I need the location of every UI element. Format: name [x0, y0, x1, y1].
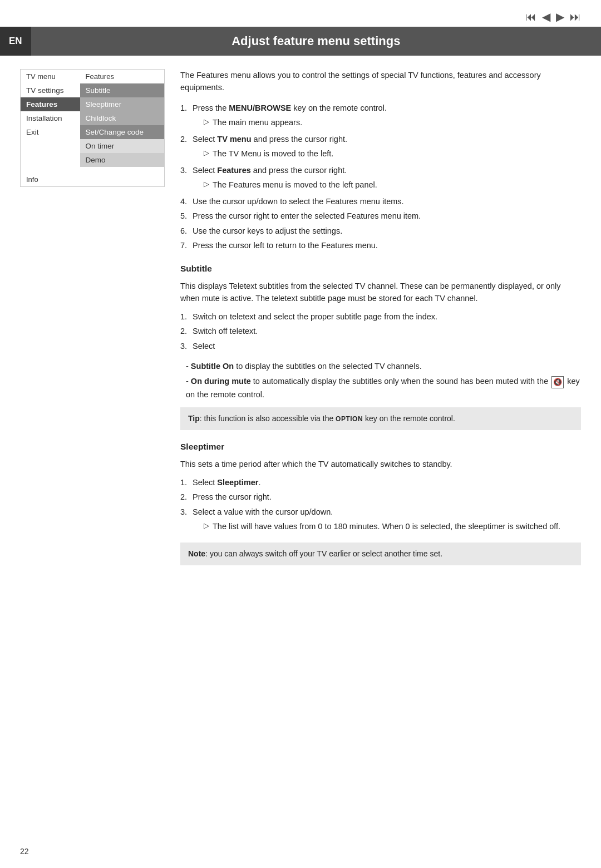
menu-row-exit[interactable]: Exit Set/Change code	[21, 125, 165, 139]
sleeptimer-step-2: 2. Press the cursor right.	[180, 491, 581, 503]
tip-colon: : this function is also accessible via t…	[200, 414, 336, 423]
tip-label: Tip	[188, 414, 200, 423]
nav-icons: ⏮ ◀ ▶ ⏭	[525, 10, 581, 23]
mute-icon: 🔇	[551, 376, 564, 388]
step-1: 1. Press the MENU/BROWSE key on the remo…	[180, 102, 581, 114]
menu-item-on-timer[interactable]: On timer	[80, 139, 165, 153]
subtitle-bullet-list: Subtitle On to display the subtitles on …	[186, 360, 581, 401]
option-key-label: OPTION	[336, 415, 363, 423]
subtitle-step-1: 1. Switch on teletext and select the pro…	[180, 310, 581, 323]
intro-text: The Features menu allows you to control …	[180, 69, 581, 94]
step2-subitem: ▷ The TV Menu is moved to the left.	[193, 147, 333, 160]
menu-item-installation[interactable]: Installation	[21, 111, 80, 125]
menu-panel: TV menu Features TV settings Subtitle Fe…	[20, 69, 165, 829]
step3-bold: Features	[217, 166, 250, 175]
menu-item-empty2	[21, 153, 80, 167]
note-box: Note: you can always switch off your TV …	[180, 542, 581, 565]
sleeptimer-bold: Sleeptimer	[217, 478, 258, 487]
menu-item-tv-settings[interactable]: TV settings	[21, 83, 80, 97]
sleeptimer-intro: This sets a time period after which the …	[180, 458, 581, 470]
step-3: 3. Select Features and press the cursor …	[180, 164, 581, 176]
skip-forward-icon[interactable]: ⏭	[570, 11, 581, 23]
menu-info-label[interactable]: Info	[21, 172, 165, 187]
menu-empty-row	[21, 167, 165, 172]
page-header: EN Adjust feature menu settings	[0, 27, 601, 56]
menu-row-tv-settings[interactable]: TV settings Subtitle	[21, 83, 165, 97]
subtitle-intro: This displays Teletext subtitles from th…	[180, 280, 581, 305]
features-menu-table: TV menu Features TV settings Subtitle Fe…	[20, 69, 165, 187]
subtitle-heading: Subtitle	[180, 262, 581, 275]
step2-bold: TV menu	[217, 135, 251, 144]
step3-subitem: ▷ The Features menu is moved to the left…	[193, 179, 377, 191]
menu-row-on-timer[interactable]: On timer	[21, 139, 165, 153]
step-2-sub: ▷ The TV Menu is moved to the left.	[180, 147, 581, 161]
step-7: 7. Press the cursor left to return to th…	[180, 239, 581, 251]
page-title: Adjust feature menu settings	[31, 34, 601, 48]
sleeptimer-step-1: 1. Select Sleeptimer.	[180, 476, 581, 489]
sleeptimer-step-3-sub: ▷ The list will have values from 0 to 18…	[180, 520, 581, 534]
step-1-sub: ▷ The main menu appears.	[180, 116, 581, 130]
note-text: : you can always switch off your TV earl…	[205, 549, 442, 558]
col1-header: TV menu	[21, 70, 80, 84]
subtitle-step-2: 2. Switch off teletext.	[180, 325, 581, 337]
step1-subitem: ▷ The main menu appears.	[193, 116, 302, 129]
main-steps-list: 1. Press the MENU/BROWSE key on the remo…	[180, 102, 581, 252]
page-number: 22	[20, 847, 29, 856]
menu-item-features[interactable]: Features	[21, 97, 80, 111]
back-icon[interactable]: ◀	[542, 10, 550, 23]
menu-row-installation[interactable]: Installation Childlock	[21, 111, 165, 125]
menu-info-row[interactable]: Info	[21, 172, 165, 187]
menu-row-features[interactable]: Features Sleeptimer	[21, 97, 165, 111]
main-content: TV menu Features TV settings Subtitle Fe…	[0, 56, 601, 840]
menu-item-set-change-code[interactable]: Set/Change code	[80, 125, 165, 139]
note-label: Note	[188, 549, 205, 558]
subtitle-bullet-1: Subtitle On to display the subtitles on …	[186, 360, 581, 372]
skip-back-icon[interactable]: ⏮	[525, 11, 536, 23]
forward-icon[interactable]: ▶	[556, 10, 564, 23]
sleeptimer-subitem: ▷ The list will have values from 0 to 18…	[193, 520, 560, 532]
step-5: 5. Press the cursor right to enter the s…	[180, 210, 581, 222]
subtitle-bullet-2: On during mute to automatically display …	[186, 375, 581, 401]
menu-item-sleeptimer[interactable]: Sleeptimer	[80, 97, 165, 111]
step-2: 2. Select TV menu and press the cursor r…	[180, 133, 581, 145]
col2-header: Features	[80, 70, 165, 84]
subtitle-step-3: 3. Select	[180, 340, 581, 352]
on-during-mute-bold: On during mute	[191, 377, 251, 386]
subtitle-on-bold: Subtitle On	[191, 362, 234, 371]
step-6: 6. Use the cursor keys to adjust the set…	[180, 225, 581, 237]
step-4: 4. Use the cursor up/down to select the …	[180, 195, 581, 208]
tip-text2: key on the remote control.	[363, 414, 455, 423]
instructions-panel: The Features menu allows you to control …	[180, 69, 581, 829]
menu-item-empty1	[21, 139, 80, 153]
step1-bold: MENU/BROWSE	[229, 103, 291, 112]
sleeptimer-steps-list: 1. Select Sleeptimer. 2. Press the curso…	[180, 476, 581, 535]
menu-row-demo[interactable]: Demo	[21, 153, 165, 167]
tip-box: Tip: this function is also accessible vi…	[180, 407, 581, 430]
menu-item-demo[interactable]: Demo	[80, 153, 165, 167]
menu-header-row: TV menu Features	[21, 70, 165, 84]
subtitle-steps-list: 1. Switch on teletext and select the pro…	[180, 310, 581, 352]
menu-item-exit[interactable]: Exit	[21, 125, 80, 139]
menu-item-subtitle[interactable]: Subtitle	[80, 83, 165, 97]
sleeptimer-step-3: 3. Select a value with the cursor up/dow…	[180, 506, 581, 518]
sleeptimer-heading: Sleeptimer	[180, 440, 581, 453]
menu-item-childlock[interactable]: Childlock	[80, 111, 165, 125]
language-badge: EN	[0, 27, 31, 56]
step-3-sub: ▷ The Features menu is moved to the left…	[180, 179, 581, 193]
